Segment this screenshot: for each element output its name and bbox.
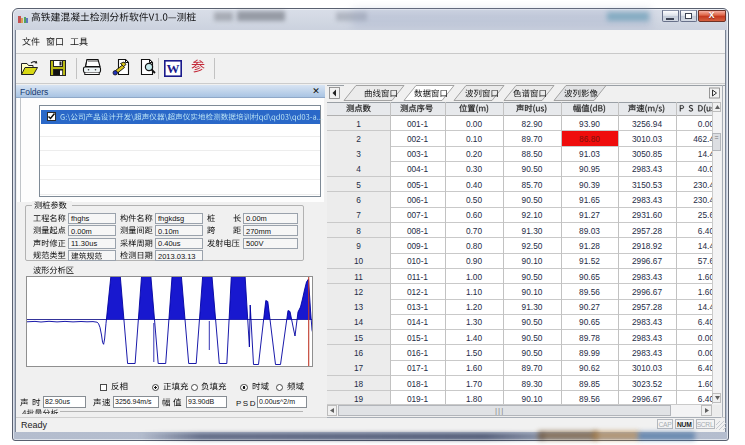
svg-text:W: W (167, 61, 180, 76)
